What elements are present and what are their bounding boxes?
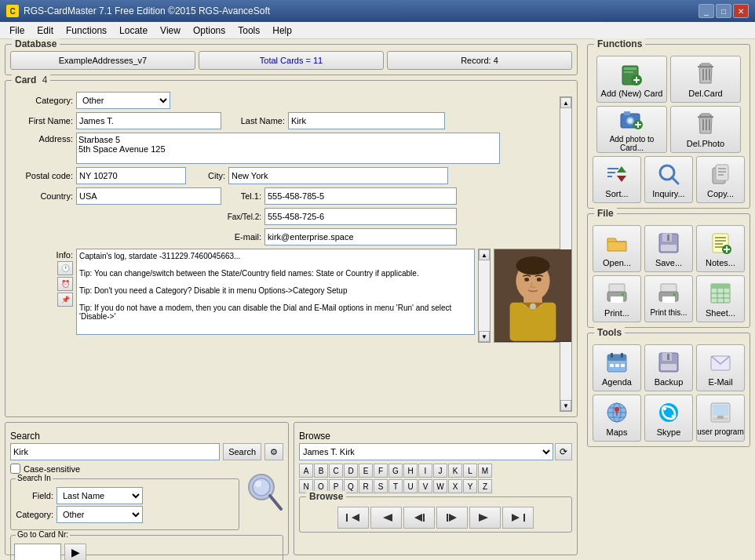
tel2-input[interactable] — [264, 208, 457, 225]
category-select[interactable]: Other Business Personal Family Friends — [76, 92, 170, 109]
field-select[interactable]: Last Name First Name City Country E-mail — [57, 487, 143, 504]
print-btn[interactable]: Print... — [593, 275, 641, 322]
goto-input[interactable] — [14, 544, 61, 560]
alpha-A[interactable]: A — [299, 464, 313, 478]
alpha-S[interactable]: S — [374, 479, 388, 493]
browse-name-select[interactable]: James T. Kirk — [299, 443, 553, 460]
nav-prev-card-btn[interactable] — [403, 507, 435, 529]
tel1-input[interactable] — [264, 187, 457, 205]
browse-refresh-btn[interactable]: ⟳ — [555, 443, 572, 460]
scroll-down-btn[interactable]: ▼ — [560, 400, 571, 411]
total-cards-btn[interactable]: Total Cards = 11 — [199, 51, 384, 70]
country-input[interactable] — [76, 187, 221, 205]
info-text-area[interactable]: Captain's log, stardate -311229.74600456… — [76, 249, 475, 335]
save-btn[interactable]: Save... — [644, 225, 693, 272]
email-input[interactable] — [264, 228, 457, 245]
alpha-D[interactable]: D — [344, 464, 358, 478]
info-alarm-btn[interactable]: ⏰ — [57, 277, 73, 291]
sort-icon — [604, 162, 629, 187]
copy-btn[interactable]: Copy... — [696, 156, 745, 203]
postal-city-row: Postal code: City: — [10, 167, 572, 184]
info-scroll-up[interactable]: ▲ — [479, 249, 490, 260]
skype-btn[interactable]: Skype — [644, 395, 693, 442]
svg-rect-44 — [702, 119, 704, 130]
alpha-F[interactable]: F — [374, 464, 388, 478]
search-button[interactable]: Search — [223, 443, 261, 460]
menu-help[interactable]: Help — [266, 24, 298, 38]
alpha-K[interactable]: K — [448, 464, 462, 478]
info-action-btn[interactable]: 📌 — [57, 293, 73, 307]
alpha-Z[interactable]: Z — [478, 479, 492, 493]
open-btn[interactable]: Open... — [593, 225, 641, 272]
inquiry-btn[interactable]: Inquiry... — [644, 156, 693, 203]
nav-next-card-btn[interactable] — [436, 507, 468, 529]
notes-btn[interactable]: Notes... — [696, 225, 745, 272]
nav-next-btn[interactable] — [469, 507, 501, 529]
case-sensitive-checkbox[interactable]: Case-sensitive — [10, 464, 239, 474]
nav-first-btn[interactable] — [337, 507, 369, 529]
postal-input[interactable] — [76, 167, 186, 184]
maximize-button[interactable]: □ — [716, 4, 731, 18]
backup-btn[interactable]: Backup — [644, 344, 693, 391]
search-input[interactable] — [10, 443, 220, 460]
agenda-btn[interactable]: Agenda — [593, 344, 641, 391]
del-photo-btn[interactable]: Del.Photo — [670, 106, 741, 153]
alpha-H[interactable]: H — [403, 464, 418, 478]
tools-row-1: Agenda Backup — [593, 344, 745, 391]
menu-locate[interactable]: Locate — [113, 24, 154, 38]
alpha-Y[interactable]: Y — [463, 479, 477, 493]
alpha-C[interactable]: C — [329, 464, 343, 478]
svg-rect-65 — [715, 240, 726, 242]
email-field-label: E-mail: — [226, 232, 261, 242]
print-this-btn[interactable]: Print this... — [644, 275, 693, 322]
alpha-M[interactable]: M — [478, 464, 492, 478]
menu-tools[interactable]: Tools — [232, 24, 266, 38]
menu-view[interactable]: View — [154, 24, 187, 38]
alpha-I[interactable]: I — [418, 464, 432, 478]
sheet-btn[interactable]: Sheet... — [696, 275, 745, 322]
sort-btn[interactable]: Sort... — [593, 156, 641, 203]
search-options-btn[interactable]: ⚙ — [264, 443, 283, 460]
svg-rect-89 — [610, 364, 614, 367]
alpha-B[interactable]: B — [314, 464, 328, 478]
goto-btn[interactable]: ▶ — [64, 544, 86, 560]
alpha-V[interactable]: V — [418, 479, 432, 493]
alpha-R[interactable]: R — [359, 479, 373, 493]
city-input[interactable] — [228, 167, 448, 184]
del-card-btn[interactable]: Del.Card — [670, 56, 741, 103]
database-row: ExampleAddresses_v7 Total Cards = 11 Rec… — [10, 51, 572, 70]
close-button[interactable]: ✕ — [733, 4, 749, 18]
alpha-G[interactable]: G — [388, 464, 403, 478]
maps-btn[interactable]: Maps — [593, 395, 641, 442]
alpha-X[interactable]: X — [448, 479, 462, 493]
scroll-up-btn[interactable]: ▲ — [560, 97, 571, 108]
menu-file[interactable]: File — [3, 24, 31, 38]
nav-last-btn[interactable] — [502, 507, 534, 529]
address-input[interactable]: Starbase 5 5th Space Avenue 125 — [76, 133, 500, 164]
user-program-btn[interactable]: user program — [696, 395, 745, 442]
info-clock-btn[interactable]: 🕐 — [57, 261, 73, 275]
add-card-btn[interactable]: Add (New) Card — [596, 56, 667, 103]
alpha-T[interactable]: T — [388, 479, 403, 493]
minimize-button[interactable]: _ — [698, 4, 714, 18]
menu-edit[interactable]: Edit — [31, 24, 60, 38]
db-name-btn[interactable]: ExampleAddresses_v7 — [10, 51, 195, 70]
alpha-W[interactable]: W — [433, 479, 447, 493]
alpha-U[interactable]: U — [403, 479, 418, 493]
menu-options[interactable]: Options — [187, 24, 232, 38]
alpha-L[interactable]: L — [463, 464, 477, 478]
first-name-input[interactable] — [76, 112, 221, 129]
search-category-select[interactable]: Other Business Personal Family Friends — [57, 506, 143, 523]
nav-prev-btn[interactable] — [370, 507, 402, 529]
tel1-label: Tel.1: — [226, 191, 261, 201]
alpha-E[interactable]: E — [359, 464, 373, 478]
record-btn[interactable]: Record: 4 — [387, 51, 572, 70]
alpha-J[interactable]: J — [433, 464, 447, 478]
email-btn[interactable]: E-Mail — [696, 344, 745, 391]
info-scroll-down[interactable]: ▼ — [479, 331, 490, 342]
add-photo-btn[interactable]: Add photo to Card... — [596, 106, 667, 153]
svg-rect-31 — [702, 69, 704, 80]
menu-functions[interactable]: Functions — [60, 24, 113, 38]
last-name-input[interactable] — [288, 112, 445, 129]
app-icon: C — [6, 5, 19, 17]
